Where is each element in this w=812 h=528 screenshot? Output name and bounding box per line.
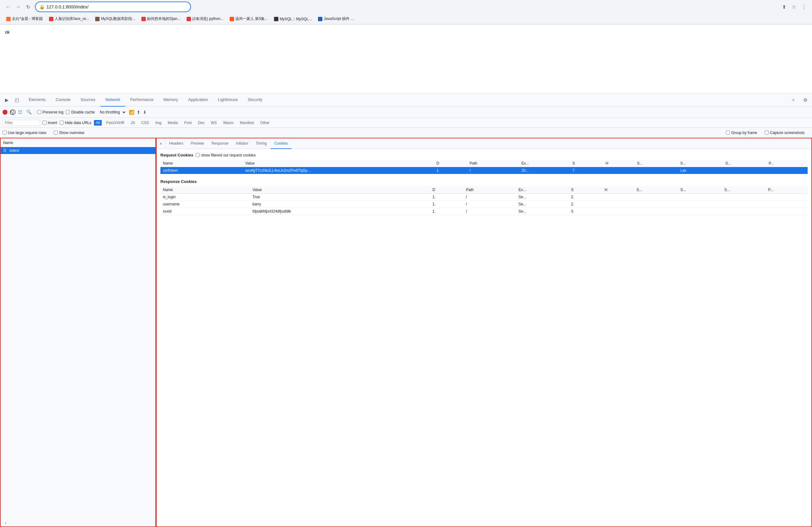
sidebar-toggle-button[interactable]: ‹ — [2, 520, 9, 526]
clear-button[interactable]: ⃠ — [10, 109, 16, 115]
download-icon[interactable]: ⬇ — [143, 110, 147, 115]
bookmark-item[interactable]: MySQL :: MySQL... — [272, 16, 314, 22]
page-body-text: ok — [5, 30, 10, 34]
filter-ws-button[interactable]: WS — [209, 120, 219, 126]
filter-input[interactable] — [2, 120, 40, 126]
bookmark-item[interactable]: 太白*金星 - 博客园 — [4, 15, 45, 23]
group-by-frame-label: Group by frame — [731, 131, 757, 135]
group-by-frame-input[interactable] — [726, 131, 730, 135]
device-toggle-button[interactable]: ◰ — [13, 96, 21, 104]
large-rows-checkbox[interactable]: Use large request rows — [2, 131, 46, 135]
filter-other-button[interactable]: Other — [258, 120, 272, 126]
bookmark-favicon — [6, 17, 11, 21]
tab-memory[interactable]: Memory — [159, 93, 183, 107]
bookmark-label: (2条消息) python... — [192, 16, 223, 21]
col-name-header: Name — [3, 140, 13, 145]
bookmarks-bar: 太白*金星 - 博客园 人脸识别库face_re... MySQL数据库阶段..… — [0, 14, 812, 24]
invert-label: Invert — [48, 121, 57, 125]
detail-tab-cookies[interactable]: Cookies — [271, 138, 291, 149]
col-name-header: Name — [160, 160, 243, 167]
details-tab-bar: × Headers Preview Response Initiator Tim… — [157, 138, 811, 149]
bookmark-label: 人脸识别库face_re... — [55, 16, 89, 21]
filter-manifest-button[interactable]: Manifest — [238, 120, 256, 126]
menu-button[interactable]: ⋮ — [799, 2, 808, 11]
bookmark-item[interactable]: (2条消息) python... — [184, 15, 226, 23]
hide-data-urls-checkbox[interactable]: Hide data URLs — [60, 121, 91, 125]
table-row[interactable]: xxxid fdjsalkfdjs4324dfjsafdlk 1. / Se..… — [160, 208, 808, 215]
cookie-p — [766, 167, 808, 174]
show-filtered-checkbox[interactable] — [196, 153, 200, 157]
tab-network[interactable]: Network — [101, 93, 126, 107]
detail-tab-timing[interactable]: Timing — [252, 138, 271, 149]
back-button[interactable]: ← — [4, 2, 13, 11]
tab-console[interactable]: Console — [50, 93, 75, 107]
element-picker-button[interactable]: ▶ — [2, 96, 11, 104]
detail-tab-response[interactable]: Response — [208, 138, 232, 149]
share-button[interactable]: ⬆ — [780, 2, 788, 11]
filter-icon[interactable]: ☷ — [18, 109, 24, 115]
preserve-log-input[interactable] — [37, 110, 41, 114]
address-bar[interactable]: 🔒 127.0.0.1:8000/index/ — [35, 2, 191, 12]
capture-screenshots-checkbox[interactable]: Capture screenshots — [765, 131, 804, 135]
bookmark-item[interactable]: 人脸识别库face_re... — [46, 15, 91, 23]
preserve-log-checkbox[interactable]: Preserve log — [37, 110, 63, 115]
filter-font-button[interactable]: Font — [182, 120, 193, 126]
show-overview-checkbox[interactable]: Show overview — [54, 131, 84, 135]
filter-img-button[interactable]: Img — [153, 120, 163, 126]
table-row[interactable]: csrftoken wcefgT7czNbJLL4soJx2mZFe6Ttq5p… — [160, 167, 808, 174]
large-rows-input[interactable] — [2, 131, 6, 135]
table-row[interactable]: username barry 1. / Se... 2. — [160, 201, 808, 208]
col-name-header: Name — [160, 186, 250, 194]
tab-sources[interactable]: Sources — [75, 93, 101, 107]
tab-application[interactable]: Application — [183, 93, 213, 107]
group-by-frame-checkbox[interactable]: Group by frame — [726, 131, 757, 135]
bookmark-item[interactable]: MySQL数据库阶段... — [93, 15, 137, 23]
bookmark-item[interactable]: 温州一家人 第5集... — [227, 15, 270, 23]
forward-button[interactable]: → — [14, 2, 23, 11]
filter-js-button[interactable]: JS — [129, 120, 137, 126]
show-overview-input[interactable] — [54, 131, 58, 135]
bookmark-label: 如何把本地的Djan... — [147, 16, 180, 21]
bookmark-item[interactable]: 如何把本地的Djan... — [139, 15, 183, 23]
bookmark-button[interactable]: ☆ — [789, 2, 798, 11]
col-path-header: Path — [463, 186, 516, 194]
capture-screenshots-input[interactable] — [765, 131, 769, 135]
search-icon[interactable]: 🔍 — [26, 109, 32, 115]
refresh-button[interactable]: ↻ — [24, 2, 32, 11]
record-button[interactable] — [2, 110, 8, 115]
cookie-s: 2. — [569, 194, 602, 201]
tab-security[interactable]: Security — [243, 93, 267, 107]
invert-input[interactable] — [42, 121, 46, 125]
table-row[interactable]: ☰ index/ — [1, 147, 156, 154]
invert-checkbox[interactable]: Invert — [42, 121, 57, 125]
detail-tab-headers[interactable]: Headers — [165, 138, 187, 149]
filter-doc-button[interactable]: Doc — [196, 120, 206, 126]
filter-fetch-xhr-button[interactable]: Fetch/XHR — [104, 120, 126, 126]
filter-all-button[interactable]: All — [94, 120, 102, 126]
tab-elements[interactable]: Elements — [24, 93, 50, 107]
hide-data-urls-input[interactable] — [60, 121, 64, 125]
show-filtered-text: show filtered out request cookies — [201, 153, 256, 157]
cookie-p — [766, 194, 808, 201]
disable-cache-input[interactable] — [66, 110, 70, 114]
detail-tab-preview[interactable]: Preview — [187, 138, 208, 149]
col-path-header: Path — [467, 160, 519, 167]
close-details-button[interactable]: × — [157, 139, 165, 148]
filter-wasm-button[interactable]: Wasm — [221, 120, 236, 126]
cookie-s2 — [634, 201, 678, 208]
disable-cache-checkbox[interactable]: Disable cache — [66, 110, 95, 115]
filter-media-button[interactable]: Media — [166, 120, 180, 126]
bookmark-item[interactable]: JavaScript 插件 ... — [316, 15, 357, 23]
throttle-select[interactable]: No throttling — [97, 109, 126, 115]
tab-more[interactable]: » — [787, 93, 799, 107]
tab-performance[interactable]: Performance — [125, 93, 158, 107]
table-row[interactable]: is_login True 1. / Se... 2. — [160, 194, 808, 201]
devtools-settings-button[interactable]: ⚙ — [801, 96, 810, 104]
detail-tab-initiator[interactable]: Initiator — [232, 138, 252, 149]
cookie-expires: Se... — [516, 201, 569, 208]
tab-lighthouse[interactable]: Lighthouse — [213, 93, 243, 107]
filter-css-button[interactable]: CSS — [140, 120, 151, 126]
cookie-s: 2. — [569, 201, 602, 208]
show-filtered-label[interactable]: show filtered out request cookies — [196, 153, 256, 157]
upload-icon[interactable]: ⬆ — [137, 110, 141, 115]
